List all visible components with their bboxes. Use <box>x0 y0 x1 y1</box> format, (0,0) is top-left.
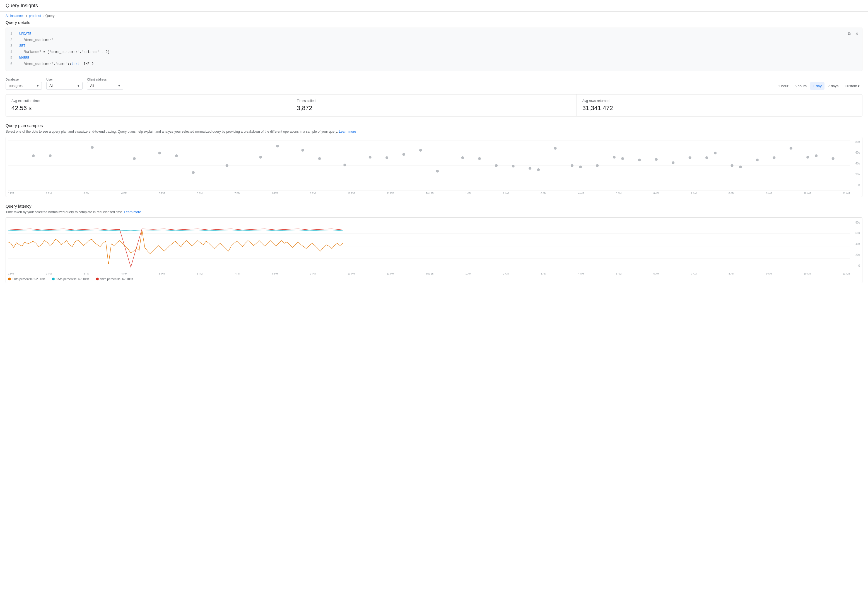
custom-chevron-icon: ▾ <box>858 84 860 88</box>
metric-avg-rows-value: 31,341.472 <box>582 104 857 112</box>
user-value: All <box>49 84 53 88</box>
svg-point-27 <box>529 167 531 170</box>
svg-point-8 <box>133 157 136 160</box>
time-btn-1hour[interactable]: 1 hour <box>775 82 791 90</box>
scatter-y-labels: 80s 60s 40s 20s 0 <box>850 141 860 195</box>
breadcrumb: All instances › prodtest › Query <box>0 12 868 20</box>
query-plan-description: Select one of the dots to see a query pl… <box>6 130 862 133</box>
svg-point-33 <box>613 156 616 158</box>
code-block: ⧉ ✕ 1 UPDATE 2 "demo_customer" 3 SET 4 "… <box>6 28 862 71</box>
metric-avg-rows: Avg rows returned 31,341.472 <box>577 95 862 116</box>
svg-point-34 <box>621 157 624 160</box>
svg-point-36 <box>655 158 658 161</box>
user-filter: User All ▾ <box>46 78 82 90</box>
client-address-select[interactable]: All ▾ <box>87 82 123 90</box>
latency-chart-area <box>8 221 850 271</box>
line-num-5: 5 <box>10 55 14 61</box>
query-details-title: Query details <box>6 20 862 25</box>
filters-row: Database postgres ▾ User All ▾ Client ad… <box>6 76 862 94</box>
query-plan-title: Query plan samples <box>6 123 862 128</box>
svg-point-22 <box>436 170 439 172</box>
line-num-4: 4 <box>10 49 14 56</box>
code-line-3: 3 SET <box>10 43 858 49</box>
time-btn-7days[interactable]: 7 days <box>825 82 841 90</box>
code-line-2: 2 "demo_customer" <box>10 37 858 43</box>
time-btn-1day[interactable]: 1 day <box>810 82 824 90</box>
query-latency-learn-more[interactable]: Learn more <box>124 210 141 214</box>
time-range-buttons: 1 hour 6 hours 1 day 7 days Custom ▾ <box>775 82 862 90</box>
svg-point-9 <box>158 152 161 154</box>
svg-point-20 <box>402 153 405 156</box>
code-line-5: 5 WHERE <box>10 55 858 61</box>
legend-95th-dot <box>52 278 54 281</box>
svg-point-26 <box>512 165 515 167</box>
svg-point-25 <box>495 164 498 167</box>
svg-point-5 <box>32 154 35 157</box>
metric-times-called-label: Times called <box>297 99 571 103</box>
latency-svg <box>8 221 850 271</box>
svg-point-44 <box>773 157 775 159</box>
svg-point-37 <box>672 161 674 164</box>
metric-avg-execution-value: 42.56 s <box>11 104 285 112</box>
legend-50th-dot <box>8 278 11 281</box>
svg-point-35 <box>638 158 641 161</box>
database-value: postgres <box>9 84 23 88</box>
breadcrumb-all-instances[interactable]: All instances <box>6 14 24 18</box>
client-address-value: All <box>90 84 94 88</box>
legend-99th-dot <box>96 278 99 281</box>
metric-avg-rows-label: Avg rows returned <box>582 99 857 103</box>
svg-point-48 <box>832 157 835 160</box>
svg-point-38 <box>689 157 691 159</box>
svg-point-11 <box>192 171 195 174</box>
svg-point-46 <box>806 156 809 158</box>
svg-point-47 <box>815 154 818 157</box>
legend-50th-label: 50th percentile: 52.009s <box>12 277 45 281</box>
svg-point-31 <box>579 166 582 168</box>
svg-point-29 <box>554 147 557 150</box>
database-select[interactable]: postgres ▾ <box>6 82 42 90</box>
query-latency-description: Time taken by your selected normalized q… <box>6 210 862 214</box>
svg-point-14 <box>276 145 279 147</box>
code-actions: ⧉ ✕ <box>846 30 860 37</box>
time-btn-6hours[interactable]: 6 hours <box>792 82 809 90</box>
svg-point-45 <box>790 147 792 150</box>
svg-point-23 <box>461 157 464 159</box>
legend-50th: 50th percentile: 52.009s <box>8 277 45 281</box>
time-btn-custom[interactable]: Custom ▾ <box>842 82 862 90</box>
query-plan-learn-more[interactable]: Learn more <box>339 130 356 133</box>
database-chevron-icon: ▾ <box>37 84 39 88</box>
breadcrumb-sep-1: › <box>26 14 27 18</box>
code-line-6: 6 "demo_customer"."name"::text LIKE ? <box>10 61 858 67</box>
code-line-4: 4 "balance" = ("demo_customer"."balance"… <box>10 49 858 56</box>
svg-point-18 <box>369 156 372 158</box>
svg-point-12 <box>226 164 229 167</box>
metric-avg-execution-label: Avg execution time <box>11 99 285 103</box>
svg-point-16 <box>318 157 321 160</box>
code-line-1: 1 UPDATE <box>10 31 858 37</box>
breadcrumb-sep-2: › <box>43 14 44 18</box>
latency-y-labels: 80s 60s 40s 20s 0 <box>850 221 860 275</box>
svg-point-42 <box>739 166 742 168</box>
query-plan-section: Query plan samples Select one of the dot… <box>6 123 862 197</box>
svg-point-15 <box>301 149 304 152</box>
breadcrumb-prodtest[interactable]: prodtest <box>29 14 41 18</box>
copy-button[interactable]: ⧉ <box>846 30 852 37</box>
svg-point-32 <box>596 164 599 167</box>
close-code-button[interactable]: ✕ <box>854 30 860 37</box>
svg-point-39 <box>705 157 708 159</box>
metrics-row: Avg execution time 42.56 s Times called … <box>6 94 862 116</box>
legend-99th: 99th percentile: 67.109s <box>96 277 133 281</box>
client-address-label: Client address <box>87 78 123 81</box>
query-plan-chart-container: 1 PM 2 PM 3 PM 4 PM 5 PM 6 PM 7 PM 8 PM … <box>6 137 862 197</box>
code-content-3: SET <box>19 43 25 49</box>
code-content-5: WHERE <box>19 55 29 61</box>
query-latency-section: Query latency Time taken by your selecte… <box>6 204 862 283</box>
svg-point-19 <box>386 157 388 159</box>
line-num-6: 6 <box>10 61 14 67</box>
svg-point-28 <box>537 168 540 171</box>
user-select[interactable]: All ▾ <box>46 82 82 90</box>
app-title: Query Insights <box>6 3 862 9</box>
svg-point-10 <box>175 154 178 157</box>
svg-point-43 <box>756 158 759 161</box>
svg-point-17 <box>343 164 346 166</box>
